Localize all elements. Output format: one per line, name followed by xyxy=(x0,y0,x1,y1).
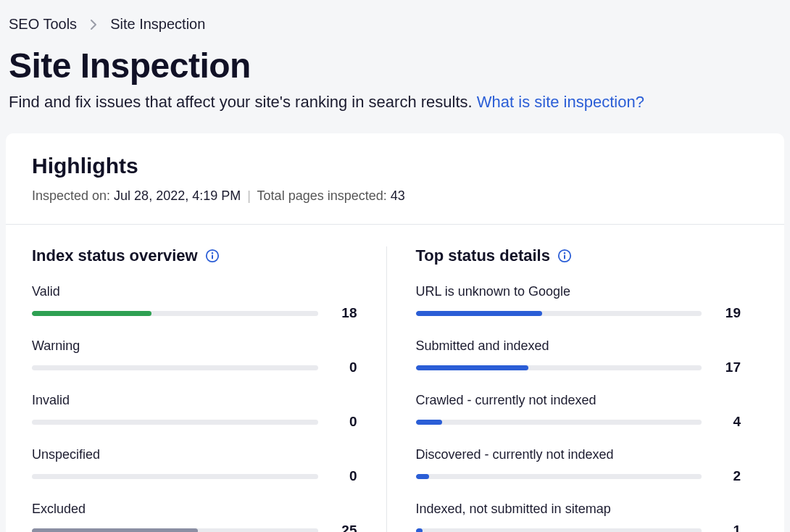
progress-bar-fill xyxy=(416,528,423,533)
stat-value: 2 xyxy=(715,468,741,484)
svg-point-4 xyxy=(564,252,565,254)
progress-bar-fill xyxy=(416,420,443,425)
stat-value: 18 xyxy=(331,305,357,321)
stat-bar-wrap: 17 xyxy=(416,359,741,375)
stat-label: Submitted and indexed xyxy=(416,338,741,354)
top-status-title: Top status details xyxy=(416,246,741,265)
progress-bar-fill xyxy=(416,365,529,370)
stat-value: 4 xyxy=(715,414,741,430)
stat-label: Warning xyxy=(32,338,357,354)
stat-label: Excluded xyxy=(32,502,357,517)
breadcrumb: SEO Tools Site Inspection xyxy=(0,0,790,33)
progress-bar-fill xyxy=(32,528,198,533)
panels: Index status overview Valid18Warning0Inv… xyxy=(32,225,758,532)
meta-separator: | xyxy=(247,188,251,203)
total-pages-label: Total pages inspected: xyxy=(257,188,391,203)
progress-bar-fill xyxy=(416,311,542,316)
stat-value: 0 xyxy=(331,414,357,430)
stat-label: Valid xyxy=(32,284,357,299)
stat-value: 0 xyxy=(331,468,357,484)
inspected-on-value: Jul 28, 2022, 4:19 PM xyxy=(114,188,241,203)
stat-bar-wrap: 25 xyxy=(32,523,357,532)
stat-label: URL is unknown to Google xyxy=(416,284,741,299)
svg-point-1 xyxy=(211,252,212,254)
index-status-panel: Index status overview Valid18Warning0Inv… xyxy=(32,246,386,532)
progress-bar xyxy=(416,474,702,479)
info-icon[interactable] xyxy=(557,249,572,263)
progress-bar-fill xyxy=(416,474,429,479)
stat-row: Crawled - currently not indexed4 xyxy=(416,393,741,430)
svg-rect-5 xyxy=(564,255,565,259)
stat-bar-wrap: 0 xyxy=(32,414,357,430)
index-status-list: Valid18Warning0Invalid0Unspecified0Exclu… xyxy=(32,284,357,532)
breadcrumb-parent[interactable]: SEO Tools xyxy=(9,16,77,33)
highlights-card: Highlights Inspected on: Jul 28, 2022, 4… xyxy=(6,133,784,532)
stat-row: Unspecified0 xyxy=(32,447,357,484)
stat-bar-wrap: 0 xyxy=(32,468,357,484)
stat-value: 19 xyxy=(715,305,741,321)
top-status-list: URL is unknown to Google19Submitted and … xyxy=(416,284,741,532)
progress-bar xyxy=(32,311,318,316)
stat-value: 1 xyxy=(715,523,741,532)
top-status-title-text: Top status details xyxy=(416,246,550,265)
breadcrumb-current: Site Inspection xyxy=(110,16,205,33)
progress-bar xyxy=(416,528,702,533)
highlights-title: Highlights xyxy=(32,154,758,178)
progress-bar xyxy=(32,365,318,370)
stat-value: 17 xyxy=(715,359,741,375)
stat-bar-wrap: 0 xyxy=(32,359,357,375)
top-status-panel: Top status details URL is unknown to Goo… xyxy=(386,246,759,532)
progress-bar xyxy=(416,420,702,425)
subtitle-text: Find and fix issues that affect your sit… xyxy=(9,93,477,111)
stat-row: URL is unknown to Google19 xyxy=(416,284,741,321)
stat-bar-wrap: 18 xyxy=(32,305,357,321)
index-status-title: Index status overview xyxy=(32,246,357,265)
progress-bar xyxy=(416,365,702,370)
stat-label: Indexed, not submitted in sitemap xyxy=(416,502,741,517)
stat-row: Valid18 xyxy=(32,284,357,321)
total-pages-value: 43 xyxy=(391,188,405,203)
page-title: Site Inspection xyxy=(0,33,790,93)
progress-bar xyxy=(416,311,702,316)
stat-bar-wrap: 4 xyxy=(416,414,741,430)
stat-label: Unspecified xyxy=(32,447,357,462)
inspected-on-label: Inspected on: xyxy=(32,188,114,203)
progress-bar xyxy=(32,474,318,479)
progress-bar-fill xyxy=(32,311,151,316)
svg-rect-2 xyxy=(212,255,213,259)
stat-label: Invalid xyxy=(32,393,357,408)
highlights-meta: Inspected on: Jul 28, 2022, 4:19 PM | To… xyxy=(32,188,758,224)
stat-bar-wrap: 1 xyxy=(416,523,741,532)
stat-row: Excluded25 xyxy=(32,502,357,532)
info-icon[interactable] xyxy=(205,249,220,263)
page-subtitle: Find and fix issues that affect your sit… xyxy=(0,93,790,133)
what-is-site-inspection-link[interactable]: What is site inspection? xyxy=(477,93,644,111)
stat-row: Discovered - currently not indexed2 xyxy=(416,447,741,484)
index-status-title-text: Index status overview xyxy=(32,246,198,265)
progress-bar xyxy=(32,528,318,533)
chevron-right-icon xyxy=(90,19,97,30)
stat-label: Crawled - currently not indexed xyxy=(416,393,741,408)
stat-row: Submitted and indexed17 xyxy=(416,338,741,375)
progress-bar xyxy=(32,420,318,425)
stat-label: Discovered - currently not indexed xyxy=(416,447,741,462)
stat-value: 0 xyxy=(331,359,357,375)
stat-row: Indexed, not submitted in sitemap1 xyxy=(416,502,741,532)
stat-row: Warning0 xyxy=(32,338,357,375)
stat-value: 25 xyxy=(331,523,357,532)
stat-bar-wrap: 2 xyxy=(416,468,741,484)
stat-row: Invalid0 xyxy=(32,393,357,430)
stat-bar-wrap: 19 xyxy=(416,305,741,321)
